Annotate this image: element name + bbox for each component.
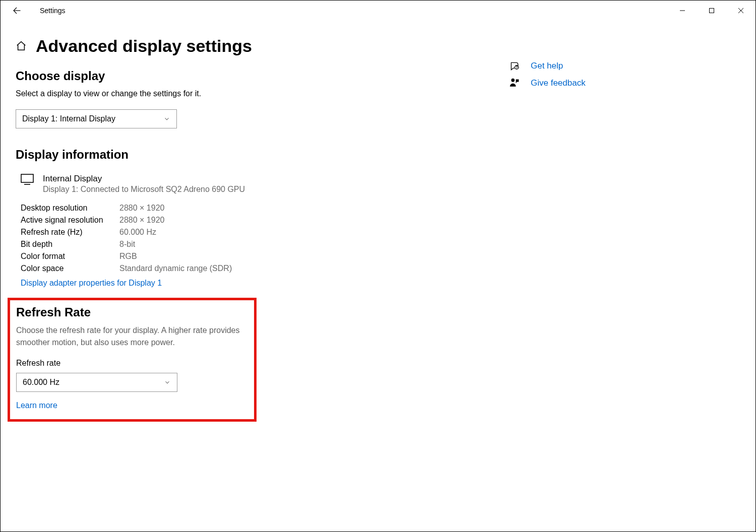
- display-info-header: Internal Display Display 1: Connected to…: [16, 174, 499, 194]
- display-select-dropdown[interactable]: Display 1: Internal Display: [16, 109, 177, 128]
- info-value: 60.000 Hz: [119, 226, 232, 238]
- learn-more-link[interactable]: Learn more: [16, 401, 57, 410]
- info-key: Color format: [21, 250, 119, 262]
- close-icon: [738, 8, 744, 14]
- maximize-icon: [709, 8, 715, 14]
- page-header: Advanced display settings: [16, 34, 499, 58]
- svg-rect-2: [710, 9, 714, 13]
- info-key: Bit depth: [21, 238, 119, 250]
- window-controls: [668, 1, 755, 21]
- table-row: Bit depth8-bit: [21, 238, 232, 250]
- display-info-table: Desktop resolution2880 × 1920Active sign…: [21, 202, 232, 275]
- get-help-text: Get help: [531, 61, 563, 71]
- display-info-heading: Display information: [16, 148, 499, 162]
- title-bar: Settings: [1, 1, 755, 21]
- chevron-down-icon: [164, 379, 171, 386]
- maximize-button[interactable]: [697, 1, 726, 21]
- feedback-icon: [510, 78, 520, 88]
- home-button[interactable]: [16, 40, 27, 51]
- refresh-rate-label: Refresh rate: [16, 359, 248, 368]
- adapter-properties-link[interactable]: Display adapter properties for Display 1: [21, 279, 162, 288]
- info-value: 2880 × 1920: [119, 214, 232, 226]
- close-button[interactable]: [726, 1, 755, 21]
- minimize-button[interactable]: [668, 1, 697, 21]
- table-row: Color spaceStandard dynamic range (SDR): [21, 262, 232, 275]
- info-value: Standard dynamic range (SDR): [119, 262, 232, 275]
- help-icon: [510, 61, 520, 71]
- info-key: Active signal resolution: [21, 214, 119, 226]
- info-value: RGB: [119, 250, 232, 262]
- related-links: Get help Give feedback: [510, 31, 586, 422]
- info-key: Refresh rate (Hz): [21, 226, 119, 238]
- table-row: Desktop resolution2880 × 1920: [21, 202, 232, 214]
- info-key: Desktop resolution: [21, 202, 119, 214]
- choose-display-heading: Choose display: [16, 69, 499, 83]
- refresh-rate-section: Refresh Rate Choose the refresh rate for…: [8, 298, 257, 422]
- get-help-link[interactable]: Get help: [510, 61, 586, 71]
- table-row: Color formatRGB: [21, 250, 232, 262]
- display-subname: Display 1: Connected to Microsoft SQ2 Ad…: [43, 185, 245, 194]
- app-title: Settings: [40, 7, 66, 15]
- chevron-down-icon: [163, 115, 170, 122]
- svg-point-9: [511, 79, 515, 82]
- info-value: 2880 × 1920: [119, 202, 232, 214]
- page-title: Advanced display settings: [36, 36, 252, 56]
- refresh-rate-desc: Choose the refresh rate for your display…: [16, 324, 248, 349]
- back-button[interactable]: [10, 4, 24, 18]
- refresh-rate-value: 60.000 Hz: [23, 378, 59, 387]
- display-name: Internal Display: [43, 174, 245, 184]
- table-row: Refresh rate (Hz)60.000 Hz: [21, 226, 232, 238]
- home-icon: [16, 40, 27, 51]
- info-value: 8-bit: [119, 238, 232, 250]
- refresh-rate-dropdown[interactable]: 60.000 Hz: [16, 373, 177, 392]
- monitor-icon: [21, 174, 34, 185]
- give-feedback-link[interactable]: Give feedback: [510, 78, 586, 88]
- svg-point-8: [517, 68, 517, 69]
- info-key: Color space: [21, 262, 119, 275]
- back-arrow-icon: [12, 6, 21, 15]
- choose-display-subtext: Select a display to view or change the s…: [16, 89, 499, 98]
- svg-rect-5: [21, 174, 33, 182]
- refresh-rate-heading: Refresh Rate: [16, 305, 248, 319]
- minimize-icon: [679, 8, 685, 14]
- give-feedback-text: Give feedback: [531, 78, 586, 88]
- display-select-value: Display 1: Internal Display: [22, 114, 115, 123]
- table-row: Active signal resolution2880 × 1920: [21, 214, 232, 226]
